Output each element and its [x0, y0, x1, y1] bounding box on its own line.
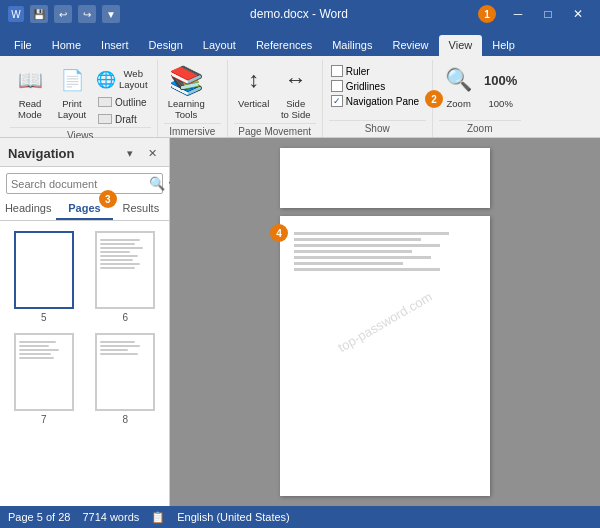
navigation-pane-label: Navigation Pane — [346, 96, 419, 107]
line3 — [100, 349, 128, 351]
ribbon-tabs: File Home Insert Design Layout Reference… — [0, 28, 600, 56]
read-mode-btn[interactable]: 📖 ReadMode — [10, 62, 50, 123]
page-status: Page 5 of 28 — [8, 511, 70, 523]
nav-chevron-btn[interactable]: ▾ — [121, 144, 139, 162]
zoom100-label: 100% — [489, 98, 513, 109]
vertical-label: Vertical — [238, 98, 269, 109]
line3 — [19, 349, 59, 351]
learning-tools-icon: 📚 — [170, 64, 202, 96]
page-thumb-7[interactable]: 7 — [8, 333, 80, 425]
main-area: Navigation ▾ ✕ 🔍 ▼ Headings Pages 3 Resu… — [0, 138, 600, 506]
tab-help[interactable]: Help — [482, 35, 525, 56]
maximize-btn[interactable]: □ — [534, 0, 562, 28]
tab-file[interactable]: File — [4, 35, 42, 56]
zoom-items: 🔍 Zoom 100% 100% — [439, 62, 521, 120]
page-img-8 — [95, 333, 155, 411]
tab-view[interactable]: View — [439, 35, 483, 56]
gridlines-checkbox[interactable]: Gridlines — [329, 79, 421, 93]
web-layout-icon: 🌐 — [96, 70, 116, 89]
save-btn[interactable]: 💾 — [30, 5, 48, 23]
page-num-5: 5 — [41, 312, 47, 323]
line2 — [100, 243, 135, 245]
window-title: demo.docx - Word — [120, 7, 478, 21]
content-line — [294, 262, 403, 265]
nav-title: Navigation — [8, 146, 74, 161]
tab-mailings[interactable]: Mailings — [322, 35, 382, 56]
title-bar: W 💾 ↩ ↪ ▼ demo.docx - Word 1 ─ □ ✕ — [0, 0, 600, 28]
vertical-icon: ↕️ — [238, 64, 270, 96]
draft-icon — [98, 114, 112, 124]
draft-btn[interactable]: Draft — [94, 112, 151, 127]
outline-btn[interactable]: Outline — [94, 95, 151, 110]
tab-insert[interactable]: Insert — [91, 35, 139, 56]
content-line — [294, 238, 421, 241]
tab-design[interactable]: Design — [139, 35, 193, 56]
nav-header: Navigation ▾ ✕ — [0, 138, 169, 167]
ruler-label: Ruler — [346, 66, 370, 77]
page-movement-items: ↕️ Vertical ↔️ Sideto Side — [234, 62, 316, 123]
learning-tools-btn[interactable]: 📚 LearningTools — [164, 62, 209, 123]
read-mode-icon: 📖 — [14, 64, 46, 96]
document-area: top-password.com 4 — [170, 138, 600, 506]
ribbon-group-show: Ruler Gridlines ✓ Navigation Pane 2 Show — [323, 60, 433, 137]
page-6-wrapper: 4 Select blank page and press Delete key — [280, 216, 490, 496]
search-icon[interactable]: 🔍 — [149, 176, 165, 191]
page-thumb-5[interactable]: 5 — [8, 231, 80, 323]
close-btn[interactable]: ✕ — [564, 0, 592, 28]
show-items: Ruler Gridlines ✓ Navigation Pane 2 — [329, 62, 426, 120]
line1 — [100, 239, 140, 241]
side-to-side-btn[interactable]: ↔️ Sideto Side — [276, 62, 316, 123]
content-line — [294, 250, 412, 253]
gridlines-checkbox-box — [331, 80, 343, 92]
language-status: English (United States) — [177, 511, 290, 523]
ruler-checkbox[interactable]: Ruler — [329, 64, 421, 78]
zoom100-btn[interactable]: 100% 100% — [481, 62, 521, 111]
app-icon: W — [8, 6, 24, 22]
redo-btn[interactable]: ↪ — [78, 5, 96, 23]
line6 — [100, 259, 133, 261]
tab-results[interactable]: Results — [113, 198, 169, 220]
page-img-5 — [14, 231, 74, 309]
page-num-8: 8 — [122, 414, 128, 425]
tab-home[interactable]: Home — [42, 35, 91, 56]
navigation-pane-checkbox[interactable]: ✓ Navigation Pane 2 — [329, 94, 421, 108]
nav-close-btn[interactable]: ✕ — [143, 144, 161, 162]
immersive-items: 📚 LearningTools — [164, 62, 221, 123]
tab-references[interactable]: References — [246, 35, 322, 56]
tab-headings[interactable]: Headings — [0, 198, 56, 220]
page-thumb-8[interactable]: 8 — [90, 333, 162, 425]
page-img-7 — [14, 333, 74, 411]
word-count: 7714 words — [82, 511, 139, 523]
navigation-pane-checkbox-box: ✓ — [331, 95, 343, 107]
quick-access-btn[interactable]: ▼ — [102, 5, 120, 23]
zoom-btn[interactable]: 🔍 Zoom — [439, 62, 479, 111]
page-6-lines — [97, 233, 153, 275]
learning-tools-label: LearningTools — [168, 98, 205, 121]
print-layout-btn[interactable]: 📄 PrintLayout — [52, 62, 92, 123]
web-layout-label: WebLayout — [119, 68, 148, 91]
pages-grid: 5 6 — [0, 221, 169, 435]
tab-layout[interactable]: Layout — [193, 35, 246, 56]
page-7-lines — [16, 335, 72, 365]
tab-pages[interactable]: Pages 3 — [56, 198, 112, 220]
page-6-content — [294, 232, 476, 271]
side-to-side-icon: ↔️ — [280, 64, 312, 96]
tab-review[interactable]: Review — [383, 35, 439, 56]
badge-three: 3 — [99, 190, 117, 208]
ribbon-group-immersive: 📚 LearningTools Immersive — [158, 60, 228, 137]
draft-label: Draft — [115, 114, 137, 125]
status-bar: Page 5 of 28 7714 words 📋 English (Unite… — [0, 506, 600, 528]
search-input[interactable] — [11, 178, 149, 190]
search-box: 🔍 ▼ — [6, 173, 163, 194]
vertical-btn[interactable]: ↕️ Vertical — [234, 62, 274, 111]
page-thumb-6[interactable]: 6 — [90, 231, 162, 323]
undo-btn[interactable]: ↩ — [54, 5, 72, 23]
line4 — [100, 251, 130, 253]
line8 — [100, 267, 135, 269]
minimize-btn[interactable]: ─ — [504, 0, 532, 28]
ruler-checkbox-box — [331, 65, 343, 77]
print-layout-icon: 📄 — [56, 64, 88, 96]
web-layout-btn[interactable]: 🌐 WebLayout — [94, 66, 151, 93]
page-8-lines — [97, 335, 153, 361]
ribbon-group-views: 📖 ReadMode 📄 PrintLayout 🌐 WebLayout Out… — [4, 60, 158, 137]
